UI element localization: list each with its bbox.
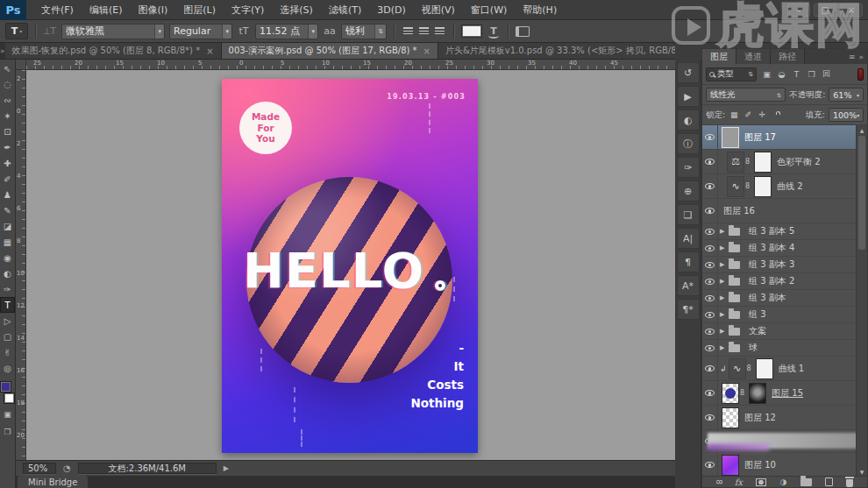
layer-thumbnail[interactable]: [722, 383, 739, 404]
layer-row[interactable]: 8图层 15: [702, 381, 867, 406]
layer-thumbnail[interactable]: [722, 407, 739, 428]
layer-row[interactable]: ⚖8色彩平衡 2: [702, 150, 867, 174]
filter-smart-objects-icon[interactable]: 回: [820, 67, 833, 81]
current-tool-icon[interactable]: T ▾: [5, 23, 28, 39]
menu-item-7[interactable]: 3D(D): [369, 0, 414, 19]
font-size-select[interactable]: 11.52 点 ▾: [255, 24, 318, 39]
expand-arrow-icon[interactable]: ▶: [720, 344, 727, 351]
visibility-toggle[interactable]: [702, 125, 718, 149]
align-center-button[interactable]: [417, 25, 430, 37]
history-brush-tool[interactable]: ✎: [0, 202, 15, 218]
layer-row[interactable]: 图层 12: [702, 406, 867, 430]
zoom-level-field[interactable]: 50%: [23, 463, 56, 474]
foreground-color-swatch[interactable]: [0, 381, 11, 393]
character-panel-icon[interactable]: A|: [677, 228, 700, 249]
layer-row[interactable]: ▶组 3 副本 4: [702, 240, 867, 257]
layer-comps-panel-icon[interactable]: ❏: [677, 204, 700, 225]
pen-tool[interactable]: ✑: [0, 281, 15, 297]
layer-row[interactable]: ▶组 3: [702, 307, 867, 323]
horizontal-ruler[interactable]: 252015105051015202530354045: [26, 60, 675, 70]
blur-tool[interactable]: ◉: [0, 250, 15, 265]
layer-mask-thumbnail[interactable]: [756, 358, 773, 379]
visibility-toggle[interactable]: [702, 453, 718, 476]
filter-type-layers-icon[interactable]: T: [790, 67, 803, 81]
maximize-button[interactable]: □: [814, 4, 836, 17]
layer-row[interactable]: 图层 16: [702, 199, 867, 223]
minimize-button[interactable]: –: [787, 4, 810, 17]
blend-mode-select[interactable]: 线性光 ⇅: [706, 88, 786, 102]
type-tool[interactable]: T: [0, 297, 15, 313]
anti-alias-select[interactable]: 锐利 ⇅: [341, 24, 387, 39]
layer-row[interactable]: ∿8曲线 2: [702, 174, 867, 199]
visibility-toggle[interactable]: [702, 307, 718, 322]
hand-tool[interactable]: ✌: [0, 344, 15, 360]
actions-panel-icon[interactable]: ▶: [677, 86, 700, 107]
panel-tab-2[interactable]: 路径: [771, 49, 805, 64]
visibility-toggle[interactable]: [702, 357, 718, 380]
vertical-ruler[interactable]: 202468101214161820: [16, 70, 26, 460]
toggle-character-panel-icon[interactable]: [516, 26, 530, 37]
collapse-panels-icon[interactable]: »: [858, 53, 864, 61]
layer-row[interactable]: ▶组 3 副本 3: [702, 257, 867, 273]
lock-transparent-pixels-icon[interactable]: ▦: [729, 110, 739, 119]
expand-arrow-icon[interactable]: ▶: [720, 311, 727, 318]
new-layer-button[interactable]: [825, 477, 833, 487]
visibility-toggle[interactable]: [702, 381, 718, 405]
expand-arrow-icon[interactable]: ▶: [720, 261, 727, 268]
document-tab[interactable]: 片头&片尾模板v1.0.psd @ 33.3% (<矩形> 拷贝, RGB/8)…: [438, 43, 708, 59]
layer-row[interactable]: 图层 17: [702, 125, 867, 150]
filter-toggle-switch[interactable]: [857, 68, 864, 81]
tab-close-icon[interactable]: ×: [423, 46, 430, 56]
dodge-tool[interactable]: ◐: [0, 265, 15, 281]
link-layers-button[interactable]: 8: [716, 477, 722, 487]
delete-layer-button[interactable]: [846, 477, 853, 487]
lock-position-icon[interactable]: ✛: [757, 110, 767, 119]
layer-mask-thumbnail[interactable]: [749, 383, 766, 404]
new-adjustment-layer-button[interactable]: ◑: [780, 477, 787, 487]
clone-source-panel-icon[interactable]: ⊕: [677, 180, 700, 202]
gradient-tool[interactable]: ▦: [0, 234, 15, 250]
scrollbar-thumb[interactable]: [858, 136, 865, 250]
layer-row[interactable]: ▶球: [702, 340, 867, 357]
menu-item-0[interactable]: 文件(F): [33, 0, 82, 19]
menu-item-4[interactable]: 文字(Y): [224, 0, 272, 19]
layer-row[interactable]: ▶组 3 副本: [702, 290, 867, 307]
font-style-select[interactable]: Regular ▾: [169, 24, 232, 39]
panel-tab-0[interactable]: 图层: [702, 49, 736, 64]
menu-item-3[interactable]: 图层(L): [175, 0, 224, 19]
status-options-arrow-icon[interactable]: ▶: [224, 464, 229, 472]
align-right-button[interactable]: [433, 25, 446, 37]
adjustments-panel-icon[interactable]: ◐: [677, 110, 700, 131]
layer-mask-thumbnail[interactable]: [754, 152, 772, 173]
ruler-origin-corner[interactable]: [16, 60, 26, 70]
magic-wand-tool[interactable]: ✶: [0, 108, 15, 124]
marquee-tool[interactable]: ◌: [0, 76, 15, 92]
expand-arrow-icon[interactable]: ▶: [720, 328, 727, 335]
visibility-toggle[interactable]: [702, 223, 718, 239]
shape-tool[interactable]: ▢: [0, 329, 15, 344]
filter-adjustment-layers-icon[interactable]: ◒: [775, 67, 788, 81]
visibility-toggle[interactable]: [702, 290, 718, 306]
menu-item-6[interactable]: 滤镜(T): [321, 0, 369, 19]
visibility-toggle[interactable]: [702, 257, 718, 272]
text-orientation-icon[interactable]: ⟂T: [43, 25, 57, 37]
history-panel-icon[interactable]: ↺: [677, 62, 700, 83]
menu-item-8[interactable]: 视图(V): [414, 0, 463, 19]
tab-close-icon[interactable]: ×: [206, 46, 213, 56]
panel-menu-icon[interactable]: ≡: [849, 53, 856, 61]
filter-pixel-layers-icon[interactable]: ▣: [760, 67, 773, 81]
move-tool[interactable]: ⇖: [0, 60, 15, 76]
info-panel-icon[interactable]: ⓘ: [677, 133, 700, 154]
filter-shape-layers-icon[interactable]: ❒: [805, 67, 818, 81]
add-layer-mask-button[interactable]: [756, 477, 766, 487]
lock-image-pixels-icon[interactable]: ✐: [743, 110, 753, 119]
layer-row[interactable]: [702, 430, 867, 453]
menu-item-9[interactable]: 窗口(W): [463, 0, 515, 19]
scroll-down-icon[interactable]: ▼: [857, 467, 867, 476]
layer-mask-thumbnail[interactable]: [754, 176, 772, 197]
layer-thumbnail[interactable]: [722, 455, 739, 476]
expand-arrow-icon[interactable]: ▶: [720, 228, 727, 235]
visibility-toggle[interactable]: [702, 323, 718, 339]
document-tab[interactable]: 效果图-恢复的.psd @ 50% (图层 8, RGB/8*) *×: [5, 43, 222, 59]
quick-mask-button[interactable]: ▣: [0, 407, 15, 421]
